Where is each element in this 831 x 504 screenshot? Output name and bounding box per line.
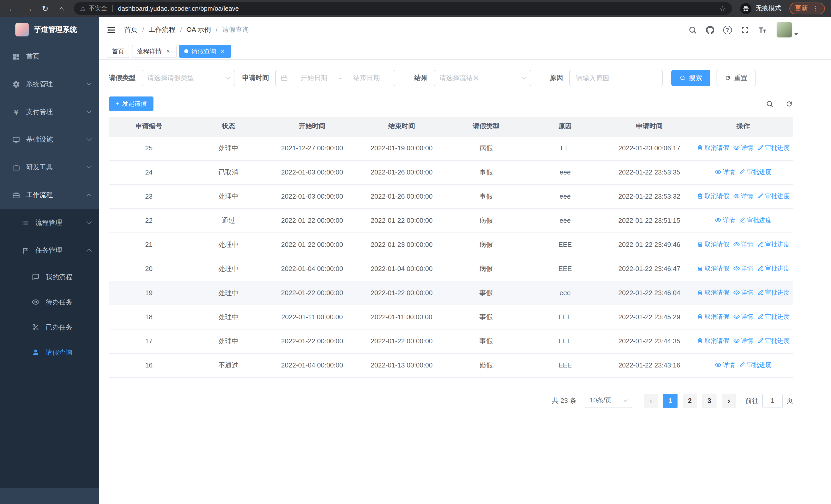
security-status[interactable]: ⚠ 不安全 — [80, 4, 107, 13]
toggle-search-icon[interactable] — [766, 100, 774, 108]
cell-start-time: 2022-01-03 00:00:00 — [268, 160, 356, 184]
action-label: 审批进度 — [747, 216, 771, 225]
sidebar-item-label: 基础设施 — [26, 135, 81, 144]
detail-action-link[interactable]: 详情 — [733, 144, 753, 152]
create-leave-button[interactable]: + 发起请假 — [109, 96, 153, 111]
cancel-action-link[interactable]: 取消请假 — [697, 240, 729, 249]
update-label: 更新 — [795, 4, 808, 13]
close-icon[interactable]: × — [165, 48, 171, 55]
delete-icon — [697, 338, 703, 344]
address-bar[interactable]: ⚠ 不安全 dashboard.yudao.iocoder.cn/bpm/oa/… — [74, 2, 732, 15]
cell-apply-time: 2022-01-22 23:45:29 — [605, 305, 693, 329]
browser-home-button[interactable]: ⌂ — [55, 2, 68, 15]
bookmark-star-icon[interactable]: ☆ — [719, 4, 726, 12]
breadcrumb-item[interactable]: 首页 — [124, 25, 138, 34]
sidebar-spacer — [0, 488, 99, 504]
cell-leave-type: 病假 — [447, 257, 525, 281]
sidebar-item-my-process[interactable]: 我的流程 — [0, 264, 99, 290]
eye-icon — [733, 145, 739, 151]
detail-action-link[interactable]: 详情 — [715, 216, 735, 225]
page-size-select[interactable]: 10条/页 — [584, 393, 632, 408]
browser-forward-button[interactable]: → — [22, 2, 35, 15]
page-button-1[interactable]: 1 — [663, 393, 678, 408]
cancel-action-link[interactable]: 取消请假 — [697, 144, 729, 152]
github-button[interactable] — [703, 23, 717, 37]
progress-action-link[interactable]: 审批进度 — [757, 264, 790, 273]
reason-input[interactable] — [569, 70, 663, 86]
close-icon[interactable]: × — [219, 48, 226, 55]
result-select[interactable]: 请选择流结果 — [434, 70, 531, 86]
browser-menu-icon[interactable]: ⋮ — [812, 5, 819, 12]
apply-time-range-picker[interactable]: 开始日期 - 结束日期 — [275, 70, 395, 86]
cell-leave-type: 事假 — [447, 281, 525, 305]
cancel-action-link[interactable]: 取消请假 — [697, 313, 729, 321]
tab-leave-query[interactable]: 请假查询 × — [179, 45, 231, 58]
font-size-button[interactable] — [755, 23, 769, 37]
reset-button[interactable]: 重置 — [717, 70, 755, 86]
sidebar-item-infrastructure[interactable]: 基础设施 — [0, 126, 99, 153]
progress-action-link[interactable]: 审批进度 — [757, 240, 790, 249]
sidebar-item-dev-tools[interactable]: 研发工具 — [0, 153, 99, 181]
leave-type-select[interactable]: 请选择请假类型 — [142, 70, 235, 86]
sidebar-item-task-management[interactable]: 任务管理 — [0, 237, 99, 264]
detail-action-link[interactable]: 详情 — [733, 264, 753, 273]
progress-action-link[interactable]: 审批进度 — [739, 216, 771, 225]
goto-page-input[interactable] — [762, 393, 783, 408]
header-search-button[interactable] — [685, 23, 699, 37]
eye-icon — [715, 169, 721, 175]
edit-icon — [739, 217, 745, 224]
cell-apply-time: 2022-01-22 23:51:15 — [605, 208, 693, 233]
page-button-3[interactable]: 3 — [702, 393, 717, 408]
detail-action-link[interactable]: 详情 — [733, 313, 753, 321]
browser-update-button[interactable]: 更新 ⋮ — [790, 3, 825, 14]
cancel-action-link[interactable]: 取消请假 — [697, 289, 729, 297]
detail-action-link[interactable]: 详情 — [715, 361, 735, 369]
page-button-2[interactable]: 2 — [683, 393, 697, 408]
cancel-action-link[interactable]: 取消请假 — [697, 337, 729, 346]
progress-action-link[interactable]: 审批进度 — [757, 313, 790, 321]
search-button[interactable]: 搜索 — [671, 70, 710, 86]
refresh-table-icon[interactable] — [785, 100, 793, 108]
action-label: 取消请假 — [705, 289, 729, 297]
detail-action-link[interactable]: 详情 — [733, 337, 753, 346]
sidebar-item-completed-tasks[interactable]: 已办任务 — [0, 315, 99, 340]
sidebar-item-todo-tasks[interactable]: 待办任务 — [0, 290, 99, 315]
cancel-action-link[interactable]: 取消请假 — [697, 264, 729, 273]
prev-page-button[interactable]: ‹ — [643, 393, 658, 408]
browser-back-button[interactable]: ← — [6, 2, 19, 15]
progress-action-link[interactable]: 审批进度 — [757, 192, 790, 201]
next-page-button[interactable]: › — [722, 393, 736, 408]
fullscreen-button[interactable] — [738, 23, 752, 37]
sidebar-item-payment-management[interactable]: ¥ 支付管理 — [0, 98, 99, 126]
sidebar-item-system-management[interactable]: 系统管理 — [0, 70, 99, 98]
detail-action-link[interactable]: 详情 — [733, 192, 753, 201]
gear-icon — [12, 80, 20, 88]
sidebar-item-leave-query[interactable]: 请假查询 — [0, 340, 99, 365]
progress-action-link[interactable]: 审批进度 — [757, 289, 790, 297]
logo: 芋道管理系统 — [0, 17, 99, 42]
table-row: 16不通过2022-01-04 00:00:002022-01-13 00:00… — [109, 353, 793, 377]
help-button[interactable]: ? — [720, 23, 735, 37]
browser-reload-button[interactable]: ↻ — [38, 2, 52, 15]
progress-action-link[interactable]: 审批进度 — [757, 337, 790, 346]
sidebar-submenu-fill — [0, 365, 99, 488]
user-menu[interactable] — [777, 22, 798, 37]
tab-home[interactable]: 首页 — [107, 45, 130, 58]
eye-icon — [715, 217, 721, 224]
detail-action-link[interactable]: 详情 — [733, 289, 753, 297]
progress-action-link[interactable]: 审批进度 — [739, 361, 771, 369]
cancel-action-link[interactable]: 取消请假 — [697, 192, 729, 201]
progress-action-link[interactable]: 审批进度 — [739, 168, 771, 177]
chevron-up-icon — [86, 249, 92, 254]
breadcrumb-item[interactable]: 工作流程 — [149, 25, 175, 34]
breadcrumb-item[interactable]: OA 示例 — [187, 25, 211, 34]
detail-action-link[interactable]: 详情 — [733, 240, 753, 249]
progress-action-link[interactable]: 审批进度 — [757, 144, 790, 152]
sidebar-item-process-management[interactable]: 流程管理 — [0, 209, 99, 237]
tab-process-detail[interactable]: 流程详情 × — [132, 45, 177, 58]
sidebar-toggle-icon[interactable] — [106, 25, 116, 35]
sidebar-item-home[interactable]: 首页 — [0, 42, 99, 70]
edit-icon — [757, 193, 764, 199]
sidebar-item-workflow[interactable]: 工作流程 — [0, 181, 99, 209]
detail-action-link[interactable]: 详情 — [715, 168, 735, 177]
